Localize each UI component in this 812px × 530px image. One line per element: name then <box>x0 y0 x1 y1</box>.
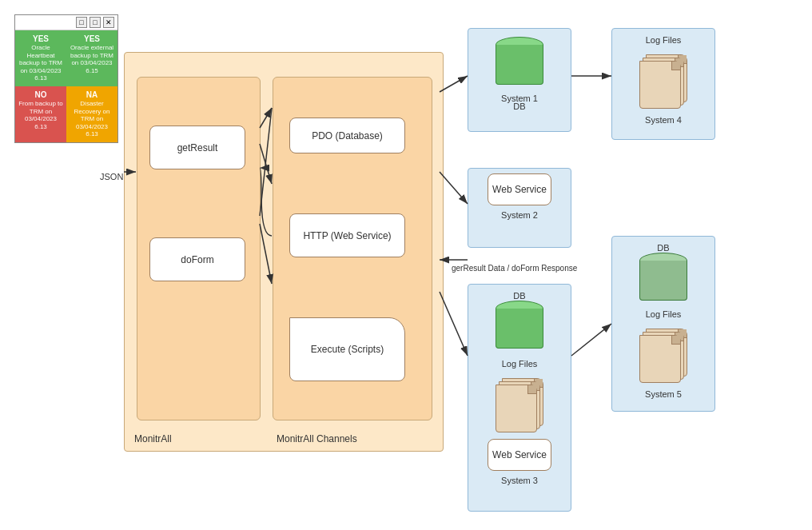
json-label: JSON <box>100 172 123 181</box>
system2-label: System 2 <box>501 210 538 220</box>
system2-box: Web Service System 2 <box>468 168 571 248</box>
widget-cell-na: NA Disaster Recovery on TRM on 03/04/202… <box>66 86 117 142</box>
widget-cell-yes1: YES Oracle Heartbeat backup to TRM on 03… <box>15 30 66 86</box>
svg-line-6 <box>440 76 468 92</box>
widget-cell-no: NO From backup to TRM on 03/04/2023 6.13 <box>15 86 66 142</box>
monitrall-box: getResult doForm PDO (Database) HTTP (We… <box>124 52 444 452</box>
system5-label: System 5 <box>645 389 682 399</box>
cell-no-sublabel: From backup to TRM on 03/04/2023 6.13 <box>18 100 63 130</box>
dashboard-widget: □ □ ✕ YES Oracle Heartbeat backup to TRM… <box>14 14 118 143</box>
system4-label: System 4 <box>645 115 682 125</box>
system4-logfiles-icon <box>639 54 687 110</box>
channels-label: MonitrAll Channels <box>277 433 357 444</box>
widget-cell-yes2: YES Oracle external backup to TRM on 03/… <box>66 30 117 86</box>
widget-grid: YES Oracle Heartbeat backup to TRM on 03… <box>15 30 117 142</box>
system1-db-icon <box>496 37 543 89</box>
architecture-diagram: getResult doForm PDO (Database) HTTP (We… <box>124 12 799 520</box>
monitrall-inner-panel: getResult doForm <box>137 77 261 420</box>
monitrall-label: MonitrAll <box>134 433 172 444</box>
http-box: HTTP (Web Service) <box>289 213 405 257</box>
widget-minimize-btn[interactable]: □ <box>76 17 87 28</box>
svg-line-7 <box>440 172 468 204</box>
system2-ws-icon: Web Service <box>488 173 551 205</box>
svg-line-8 <box>440 292 468 356</box>
system5-logfiles-icon <box>639 329 687 385</box>
cell-yes1-label: YES <box>18 34 63 44</box>
widget-restore-btn[interactable]: □ <box>90 17 101 28</box>
get-result-box: getResult <box>149 126 245 169</box>
system1-box: System 1 DB <box>468 28 571 132</box>
system3-label: System 3 <box>501 476 538 485</box>
widget-close-btn[interactable]: ✕ <box>103 17 114 28</box>
cell-yes2-sublabel: Oracle external backup to TRM on 03/04/2… <box>70 44 114 74</box>
cell-no-label: NO <box>18 90 63 100</box>
system5-box: DB Log Files System 5 <box>611 236 715 412</box>
system3-db-icon <box>496 301 543 353</box>
do-form-box: doForm <box>149 237 245 281</box>
channels-inner-panel: PDO (Database) HTTP (Web Service) Execut… <box>273 77 432 420</box>
cell-na-label: NA <box>70 90 114 100</box>
cell-yes1-sublabel: Oracle Heartbeat backup to TRM on 03/04/… <box>18 44 63 82</box>
system4-box: Log Files System 4 <box>611 28 715 140</box>
cell-na-sublabel: Disaster Recovery on TRM on 03/04/2023 6… <box>70 100 114 138</box>
svg-line-11 <box>571 324 611 356</box>
system3-box: DB Log Files Web Service System 3 <box>468 284 571 512</box>
system3-ws-icon: Web Service <box>488 439 551 471</box>
cell-yes2-label: YES <box>70 34 114 44</box>
execute-box: Execute (Scripts) <box>289 317 405 381</box>
system5-db-icon <box>639 253 687 305</box>
system3-logfiles-icon <box>496 378 543 434</box>
widget-titlebar: □ □ ✕ <box>15 15 117 30</box>
pdo-box: PDO (Database) <box>289 118 405 153</box>
arrow-label: gerResult Data / doForm Response <box>452 264 577 273</box>
